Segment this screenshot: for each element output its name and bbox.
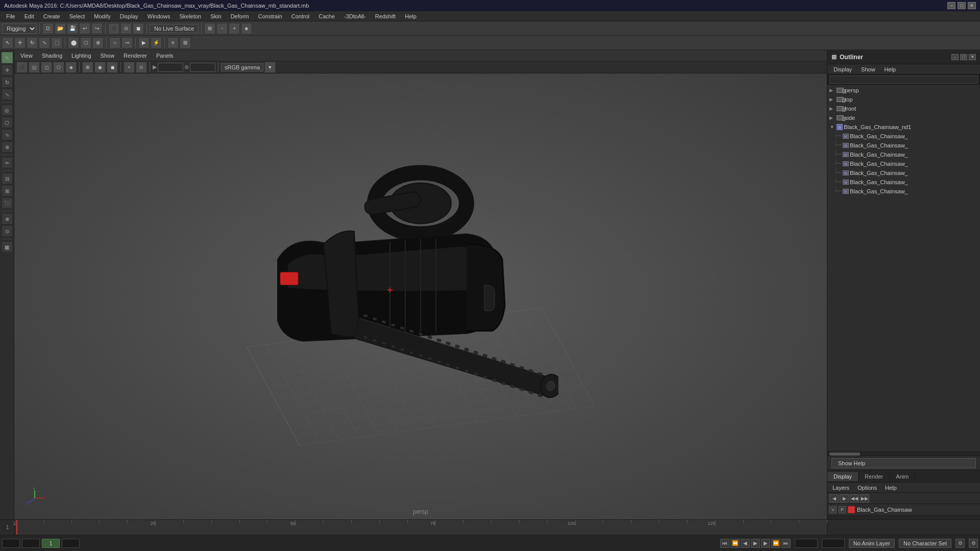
vp-smooth-button[interactable]: ◉ <box>94 62 106 73</box>
frame-end-input[interactable]: 120 <box>62 539 80 548</box>
timeline-ruler[interactable]: 1255075100125 <box>15 520 827 535</box>
layers-menu[interactable]: Layers <box>829 484 852 492</box>
vp-toolbar-btn-3[interactable]: ◻ <box>41 62 52 73</box>
vp-panels-menu[interactable]: Panels <box>152 52 178 60</box>
layer-next-fast-btn[interactable]: ▶▶ <box>860 494 869 503</box>
save-button[interactable]: 💾 <box>67 23 78 34</box>
vp-shading-menu[interactable]: Shading <box>38 52 66 60</box>
select-mode-button[interactable]: ⬛ <box>108 23 119 34</box>
undo-button[interactable]: ↩ <box>79 23 90 34</box>
menu-skin[interactable]: Skin <box>206 12 225 20</box>
viewport-canvas[interactable]: persp X Y Z <box>14 73 827 519</box>
outliner-mesh-5[interactable]: M Black_Gas_Chainsaw_ <box>827 168 980 178</box>
vp-wireframe-button[interactable]: ⊞ <box>82 62 93 73</box>
playback-goto-end[interactable]: ⏭ <box>781 539 791 548</box>
show-outliner-button[interactable]: ⊞ <box>180 37 191 48</box>
outliner-mesh-7[interactable]: M Black_Gas_Chainsaw_ <box>827 187 980 196</box>
outliner-display-menu[interactable]: Display <box>829 65 856 73</box>
layer-prev-fast-btn[interactable]: ◀◀ <box>850 494 859 503</box>
gamma-dropdown[interactable]: sRGB gamma <box>221 63 263 71</box>
vp-toolbar-btn-1[interactable]: ⬛ <box>16 62 28 73</box>
quick-layout-button[interactable]: ▦ <box>2 241 13 253</box>
help-menu[interactable]: Help <box>882 484 900 492</box>
paint-effects-button[interactable]: ✏ <box>2 157 13 168</box>
frame-sel-button[interactable]: ⊙ <box>2 226 13 237</box>
menu-modify[interactable]: Modify <box>90 12 114 20</box>
show-help-button[interactable]: Show Help <box>831 458 976 468</box>
menu-control[interactable]: Control <box>287 12 313 20</box>
menu-windows[interactable]: Windows <box>143 12 175 20</box>
outliner-horizontal-scrollbar[interactable] <box>827 452 980 456</box>
layer-color-swatch[interactable] <box>848 506 855 513</box>
playback-next-key[interactable]: ⏩ <box>771 539 780 548</box>
outliner-mesh-3[interactable]: M Black_Gas_Chainsaw_ <box>827 150 980 159</box>
snap-grid-button[interactable]: ⊞ <box>204 23 215 34</box>
open-button[interactable]: 📂 <box>55 23 66 34</box>
layer-tab-display[interactable]: Display <box>827 472 859 481</box>
select-left-button[interactable]: ↖ <box>2 52 13 63</box>
outliner-maximize-btn[interactable]: □ <box>960 54 967 60</box>
ik-handle-button[interactable]: ⊸ <box>121 37 133 48</box>
menu-deform[interactable]: Deform <box>227 12 253 20</box>
render-layer-button[interactable]: ⬛ <box>2 197 13 209</box>
maximize-button[interactable]: □ <box>958 2 966 9</box>
playback-next-frame[interactable]: ▶ <box>761 539 770 548</box>
layer-horizontal-scrollbar[interactable] <box>827 515 980 519</box>
playback-prev-frame[interactable]: ◀ <box>741 539 750 548</box>
nurbs-button[interactable]: ⊛ <box>2 141 13 153</box>
menu-3dtall[interactable]: -3DtoAll- <box>340 12 370 20</box>
frame-max-input[interactable]: 200 <box>822 539 845 548</box>
menu-redshift[interactable]: Redshift <box>371 12 400 20</box>
vp-view-menu[interactable]: View <box>16 52 37 60</box>
move-tool-button[interactable]: ✛ <box>14 37 26 48</box>
menu-edit[interactable]: Edit <box>20 12 38 20</box>
vp-flat-button[interactable]: ◼ <box>107 62 118 73</box>
layer-v-button[interactable]: V <box>829 506 837 513</box>
paint-button[interactable]: ◼ <box>133 23 144 34</box>
render-preview-button[interactable]: ▶ <box>138 37 150 48</box>
outliner-close-btn[interactable]: ✕ <box>969 54 976 60</box>
menu-display[interactable]: Display <box>116 12 142 20</box>
minimize-button[interactable]: – <box>947 2 955 9</box>
vp-renderer-menu[interactable]: Renderer <box>119 52 151 60</box>
layer-next-btn[interactable]: ▶ <box>840 494 849 503</box>
menu-file[interactable]: File <box>2 12 19 20</box>
layer-prev-btn[interactable]: ◀ <box>829 494 839 503</box>
rotate-tool-button[interactable]: ↻ <box>27 37 38 48</box>
move-left-button[interactable]: ✛ <box>2 64 13 76</box>
outliner-item-front[interactable]: ▶ front <box>827 104 980 113</box>
outliner-mesh-1[interactable]: M Black_Gas_Chainsaw_ <box>827 132 980 141</box>
rotate-left-button[interactable]: ↻ <box>2 77 13 88</box>
vp-iso-button[interactable]: ⊙ <box>136 62 147 73</box>
outliner-item-top[interactable]: ▶ top <box>827 95 980 104</box>
layer-tab-anim[interactable]: Anim <box>890 472 915 481</box>
outliner-show-menu[interactable]: Show <box>857 65 879 73</box>
anim-layer-button[interactable]: ⊞ <box>2 185 13 196</box>
playback-play-forward[interactable]: ▶ <box>751 539 760 548</box>
menu-create[interactable]: Create <box>39 12 64 20</box>
vp-lighting-menu[interactable]: Lighting <box>67 52 95 60</box>
snap-view-button[interactable]: ◈ <box>241 23 252 34</box>
frame-end-range-input[interactable]: 120 <box>795 539 818 548</box>
menu-constrain[interactable]: Constrain <box>254 12 286 20</box>
new-scene-button[interactable]: 🗋 <box>42 23 54 34</box>
frame-all-button[interactable]: ⊕ <box>2 213 13 224</box>
snap-curve-button[interactable]: ◦ <box>216 23 228 34</box>
snap-point-button[interactable]: + <box>229 23 240 34</box>
frame-range-display[interactable]: 1 <box>42 539 60 548</box>
outliner-help-menu[interactable]: Help <box>880 65 900 73</box>
char-set-options-btn[interactable]: ⚙ <box>955 539 965 548</box>
vp-value1-input[interactable]: 0.00 <box>158 63 183 72</box>
transform-tool-button[interactable]: ⬚ <box>51 37 62 48</box>
soft-select-button[interactable]: ⬤ <box>68 37 79 48</box>
outliner-mesh-2[interactable]: M Black_Gas_Chainsaw_ <box>827 141 980 150</box>
anim-prefs-btn[interactable]: ⚙ <box>969 539 978 548</box>
outliner-group-chainsaw[interactable]: ▼ G Black_Gas_Chainsaw_nd1 <box>827 122 980 132</box>
frame-current-input[interactable]: 1 <box>22 539 40 548</box>
joint-button[interactable]: ○ <box>109 37 120 48</box>
close-button[interactable]: ✕ <box>968 2 976 9</box>
poly-model-button[interactable]: ⬡ <box>2 117 13 128</box>
vp-toolbar-btn-5[interactable]: ◈ <box>65 62 77 73</box>
frame-start-input[interactable]: 1 <box>2 539 20 548</box>
show-attr-editor-button[interactable]: ≡ <box>167 37 179 48</box>
